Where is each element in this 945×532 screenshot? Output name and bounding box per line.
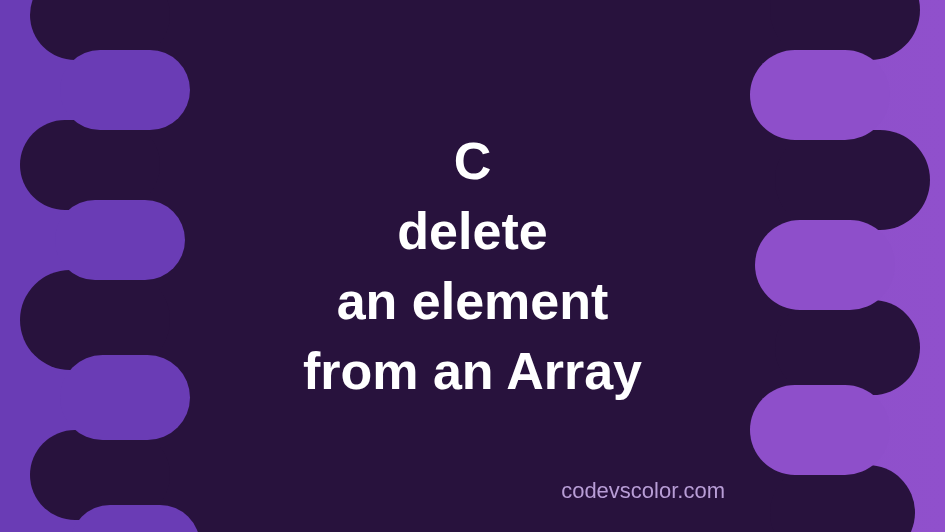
watermark-text: codevscolor.com [561,478,725,504]
title-line-3: an element [303,266,642,336]
title-line-2: delete [303,196,642,266]
content-area: C delete an element from an Array [0,0,945,532]
title-line-4: from an Array [303,336,642,406]
banner-title: C delete an element from an Array [303,126,642,407]
title-line-1: C [303,126,642,196]
banner-container: C delete an element from an Array codevs… [0,0,945,532]
